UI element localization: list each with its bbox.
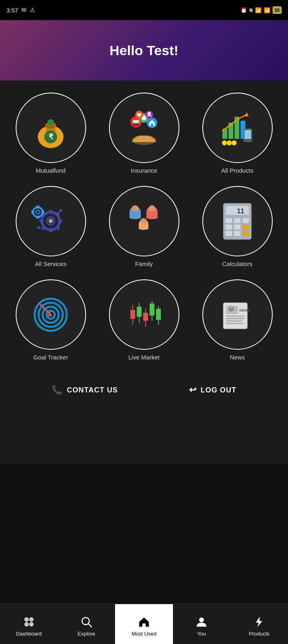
logout-icon: ↩ [189, 385, 197, 395]
nav-item-most-used[interactable]: Most Used [115, 604, 173, 644]
bluetooth-icon: ₦ [249, 7, 253, 13]
grid-row-1: ₹ Mutualfund [8, 93, 280, 174]
svg-point-101 [199, 617, 204, 622]
svg-rect-60 [226, 225, 232, 229]
svg-marker-23 [245, 112, 249, 116]
svg-point-96 [31, 619, 32, 620]
home-icon [138, 615, 150, 628]
live-market-icon [124, 295, 164, 335]
svg-rect-84 [226, 316, 245, 317]
svg-point-45 [49, 219, 53, 223]
explore-nav-label: Explore [78, 631, 95, 637]
all-services-icon: ⚙ ⚙ [30, 200, 72, 242]
svg-point-95 [26, 619, 27, 620]
logout-label: LOG OUT [201, 386, 237, 394]
contact-us-button[interactable]: 📞 CONTACT US [51, 385, 118, 395]
svg-rect-42 [36, 216, 39, 219]
grid-row-2: ⚙ ⚙ All Services [8, 186, 280, 267]
nav-item-explore[interactable]: Explore [58, 604, 115, 644]
nav-item-dashboard[interactable]: Dashboard [0, 604, 58, 644]
svg-rect-62 [243, 225, 249, 229]
grid-item-news[interactable]: NEWS News [195, 279, 280, 361]
goal-tracker-icon [31, 295, 71, 335]
svg-point-27 [227, 140, 232, 145]
status-time: 3:57 [6, 7, 18, 14]
status-bar: 3:57 ✉ ⚠ ⏰ ₦ 📶 📶 26 [0, 0, 288, 20]
calculators-icon: 11 [219, 201, 255, 242]
svg-rect-79 [150, 303, 154, 316]
wifi-icon: 📶 [255, 7, 261, 13]
svg-rect-33 [39, 219, 43, 223]
svg-rect-32 [49, 228, 52, 232]
svg-line-100 [88, 624, 92, 627]
svg-rect-87 [226, 323, 244, 324]
products-nav-label: Products [249, 631, 269, 637]
alarm-icon: ⏰ [241, 7, 247, 13]
svg-text:⚙: ⚙ [59, 208, 62, 213]
svg-rect-65 [243, 231, 249, 236]
svg-rect-85 [226, 318, 245, 319]
dashboard-nav-label: Dashboard [16, 631, 42, 637]
svg-rect-34 [58, 219, 62, 223]
grid-item-all-products[interactable]: All Products [195, 93, 280, 174]
svg-rect-86 [226, 320, 242, 322]
grid-item-all-services[interactable]: ⚙ ⚙ All Services [8, 186, 93, 267]
goal-tracker-label: Goal Tracker [33, 354, 68, 361]
grid-item-family[interactable]: Family [101, 186, 187, 267]
svg-rect-15 [151, 124, 153, 126]
svg-rect-8 [133, 120, 139, 123]
svg-point-90 [230, 305, 233, 309]
mutualfund-icon: ₹ [31, 108, 71, 148]
circle-calculators: 11 [202, 186, 273, 256]
grid-item-calculators[interactable]: 11 Calculators [195, 186, 280, 267]
grid-row-3: Goal Tracker [8, 279, 280, 361]
circle-all-products [202, 93, 273, 163]
svg-text:11: 11 [237, 208, 244, 215]
family-label: Family [135, 260, 153, 267]
svg-text:⚙: ⚙ [37, 225, 41, 230]
battery-level: 26 [273, 6, 282, 14]
all-products-icon [216, 107, 259, 149]
bottom-nav: Dashboard Explore Most Used You Products [0, 604, 288, 644]
insurance-icon [124, 106, 164, 150]
all-products-label: All Products [221, 167, 253, 174]
circle-all-services: ⚙ ⚙ [16, 186, 86, 256]
svg-point-18 [148, 112, 151, 115]
svg-rect-58 [234, 218, 241, 223]
person-icon [195, 615, 208, 628]
logout-button[interactable]: ↩ LOG OUT [189, 385, 237, 395]
nav-item-products[interactable]: Products [230, 604, 288, 644]
svg-rect-64 [234, 231, 241, 236]
live-market-label: Live Market [128, 354, 160, 361]
svg-point-98 [31, 623, 32, 625]
svg-rect-63 [226, 231, 232, 236]
grid-item-goal-tracker[interactable]: Goal Tracker [8, 279, 93, 361]
news-icon: NEWS [217, 295, 257, 335]
svg-point-3 [47, 119, 54, 126]
contact-us-label: CONTACT US [67, 386, 118, 394]
grid-item-mutualfund[interactable]: ₹ Mutualfund [8, 93, 93, 174]
svg-rect-31 [49, 210, 52, 214]
action-buttons: 📞 CONTACT US ↩ LOG OUT [8, 373, 280, 407]
gmail-icon: ✉ [21, 6, 27, 14]
svg-rect-44 [41, 211, 44, 214]
dashboard-icon [23, 615, 35, 628]
calculators-label: Calculators [222, 260, 252, 267]
circle-insurance [109, 93, 179, 163]
lightning-icon [253, 615, 265, 628]
circle-goal-tracker [16, 279, 86, 350]
svg-text:NEWS: NEWS [239, 308, 250, 312]
svg-rect-77 [143, 313, 148, 321]
svg-rect-25 [245, 130, 251, 139]
nav-item-you[interactable]: You [173, 604, 230, 644]
news-label: News [230, 354, 245, 361]
svg-rect-57 [226, 218, 232, 223]
svg-rect-75 [137, 307, 142, 317]
svg-rect-59 [243, 218, 249, 223]
circle-family [109, 186, 179, 256]
you-nav-label: You [197, 631, 206, 637]
svg-rect-43 [31, 211, 34, 214]
circle-live-market [109, 279, 179, 350]
grid-item-live-market[interactable]: Live Market [101, 279, 187, 361]
grid-item-insurance[interactable]: Insurance [101, 93, 187, 174]
